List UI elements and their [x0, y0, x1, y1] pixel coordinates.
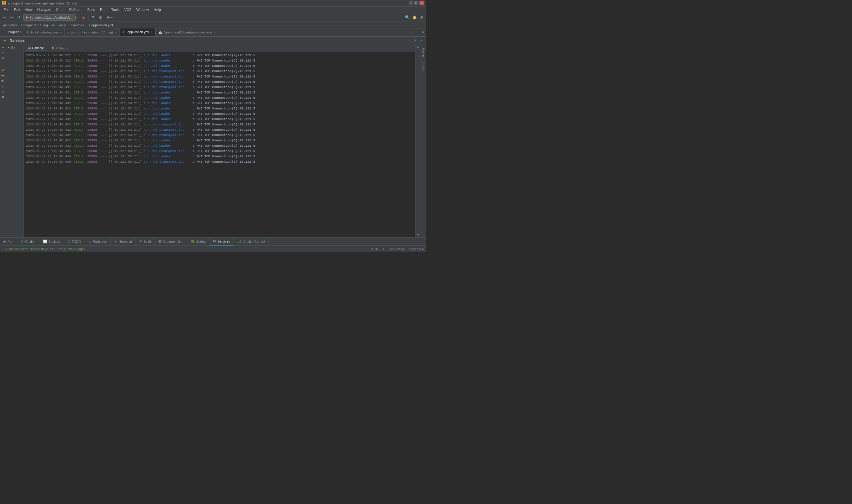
menu-refactor[interactable]: Refactor [67, 7, 85, 13]
translate-button[interactable]: A→ [107, 14, 113, 21]
menu-run[interactable]: Run [97, 7, 109, 13]
tab-close-springbootapp[interactable]: × [213, 31, 215, 34]
services-btn-stop[interactable]: ■ [1, 50, 5, 55]
menu-vcs[interactable]: VCS [122, 7, 134, 13]
services-btn-filter[interactable]: ≡ [1, 84, 5, 89]
services-settings-icon[interactable]: ⚙ [413, 38, 418, 43]
tab-pom[interactable]: x pom.xml (springboot_11_log) × [65, 29, 120, 36]
log-sep: --- [101, 74, 107, 79]
tab-springbootapp[interactable]: ☕ Springboot11LogApplication.java × [156, 29, 218, 36]
services-btn-1[interactable]: ▶ [1, 45, 5, 50]
bottom-tab-dependencies[interactable]: ⊞ Dependencies [155, 237, 187, 246]
bottom-tab-version-control[interactable]: ⎇ Version Control [234, 237, 269, 246]
toolbar-refresh-button[interactable]: ↺ [15, 14, 22, 21]
tab-label-pom: pom.xml (springboot_11_log) [71, 31, 113, 34]
menu-edit[interactable]: Edit [12, 7, 22, 13]
services-btn-search[interactable]: 🔍 [1, 79, 5, 84]
log-sep: --- [101, 90, 107, 95]
log-message: : RMI TCP Connection(2)-10.121.5 [193, 58, 255, 63]
bottom-tab-build[interactable]: ⚒ Build [135, 237, 155, 246]
services-btn-camera[interactable]: 📷 [1, 73, 5, 78]
log-logger: sun.rmi.loader [144, 138, 191, 143]
maximize-button[interactable]: □ [414, 1, 418, 5]
status-charset[interactable]: ISO-8859-1 [389, 247, 405, 251]
log-sep: --- [101, 95, 107, 101]
log-level: DEBUG [74, 143, 86, 148]
tab-application-yml[interactable]: 🗒 application.yml × [120, 29, 156, 36]
bottom-tab-problems[interactable]: ⚠ Problems [85, 237, 110, 246]
scroll-down-arrow[interactable]: ▼ [416, 233, 420, 237]
services-btn-pin[interactable]: 📌 [1, 68, 5, 73]
minimize-button[interactable]: ─ [409, 1, 413, 5]
menu-code[interactable]: Code [54, 7, 67, 13]
service-item-sp[interactable]: ▶ Sp [6, 44, 23, 50]
notifications-button[interactable]: 🔔 [411, 14, 418, 21]
breadcrumb-main[interactable]: main [59, 23, 66, 27]
breadcrumb-module[interactable]: springboot_11_log [21, 23, 48, 27]
run-coverage-button[interactable]: ▷ [73, 14, 79, 21]
tab-close-yml[interactable]: × [151, 31, 153, 34]
settings-button[interactable]: ⚙ [418, 14, 425, 21]
right-strip-gradle[interactable]: Gradle [421, 60, 425, 73]
tab-bookcontroller[interactable]: J BookController.java × [23, 29, 65, 36]
project-label[interactable]: Project [8, 30, 19, 34]
services-reload-icon[interactable]: ↻ [407, 38, 412, 43]
project-dropdown-icon[interactable]: ▾ [19, 30, 21, 34]
menu-file[interactable]: File [1, 7, 12, 13]
tab-java-icon-2: ☕ [159, 31, 162, 34]
breadcrumb-file[interactable]: application.yml [91, 23, 113, 27]
breadcrumb-resources[interactable]: resources [70, 23, 84, 27]
tab-close-bookcontroller[interactable]: × [60, 31, 61, 34]
log-console[interactable]: 2023-05-17 18:10:40.322 DEBUG 23508 --- … [24, 52, 415, 237]
menu-tools[interactable]: Tools [109, 7, 122, 13]
services-btn-add[interactable]: + [1, 61, 5, 66]
log-message: : RMI TCP Connection(3)-10.121.5 [193, 74, 255, 79]
run-button[interactable]: ▶ [59, 14, 66, 21]
bottom-tab-profiler[interactable]: ◎ Profiler [17, 237, 39, 246]
bottom-tab-terminal[interactable]: >_ Terminal [111, 237, 136, 246]
tab-yml-icon: 🗒 [123, 31, 126, 34]
menu-window[interactable]: Window [134, 7, 151, 13]
menu-help[interactable]: Help [151, 7, 163, 13]
sidebar-icon-1[interactable]: ⊕ [2, 38, 7, 43]
status-lf[interactable]: LF [381, 247, 385, 251]
cancel-build-button[interactable]: ⊘ [97, 14, 104, 21]
log-timestamp: 2023-05-17 18:10:40.432 [26, 143, 72, 148]
toolbar-run-dropdown[interactable]: ▶ Springboot11LogApplication ▾ [49, 14, 56, 21]
bottom-tab-services[interactable]: ⚙ Services [210, 237, 234, 246]
debug-button[interactable]: 🐛 [66, 14, 72, 21]
menu-build[interactable]: Build [85, 7, 97, 13]
breadcrumb-springboot[interactable]: springboot [2, 23, 17, 27]
console-sub-tab-console[interactable]: ▤ Console [25, 45, 47, 51]
build-success-icon: ✓ [2, 247, 5, 251]
close-button[interactable]: ✕ [419, 1, 424, 5]
bottom-tab-spring[interactable]: 🌿 Spring [187, 237, 210, 246]
services-btn-print[interactable]: 🖨 [1, 89, 5, 94]
services-btn-restart[interactable]: ↺ [1, 56, 5, 60]
scroll-up-arrow[interactable]: ▲ [416, 44, 420, 49]
toolbar-back-button[interactable]: ← [1, 14, 8, 21]
menu-view[interactable]: View [22, 7, 35, 13]
tab-close-pom[interactable]: × [115, 31, 116, 34]
breadcrumb-sep-3: › [57, 23, 58, 27]
toolbar-forward-button[interactable]: → [8, 14, 15, 21]
menu-navigate[interactable]: Navigate [35, 7, 54, 13]
build-button[interactable]: ⚒ [90, 14, 96, 21]
bottom-tab-statistic[interactable]: 📊 Statistic [39, 237, 64, 246]
services-minimize-icon[interactable]: ─ [419, 38, 424, 43]
tab-settings-button[interactable]: ⚙ [419, 29, 426, 36]
log-pid: 23508 [87, 85, 99, 90]
bottom-tab-run[interactable]: ▶ Run [0, 237, 17, 246]
log-level: DEBUG [74, 106, 86, 111]
console-sub-tab-actuator[interactable]: ⚡ Actuator [48, 45, 71, 51]
bottom-tab-todo[interactable]: ☑ TODO [64, 237, 85, 246]
stop-button[interactable]: ■ [80, 14, 87, 21]
breadcrumb-src[interactable]: src [51, 23, 56, 27]
search-everywhere-button[interactable]: 🔍 [404, 14, 411, 21]
console-tab-label: Console [32, 46, 44, 50]
log-timestamp: 2023-05-17 18:10:40.432 [26, 127, 72, 132]
services-btn-trash[interactable]: 🗑 [1, 95, 5, 100]
right-strip-maven[interactable]: Maven [421, 46, 425, 59]
status-spaces[interactable]: Spaces: 4 [409, 247, 424, 251]
log-logger: sun.rmi.transport.tcp [144, 79, 191, 85]
